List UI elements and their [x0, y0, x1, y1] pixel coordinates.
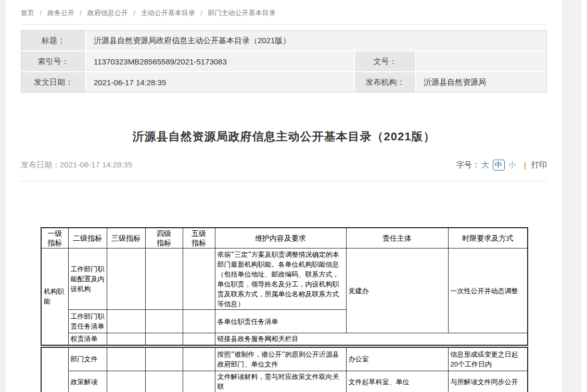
breadcrumb-item-home[interactable]: 首页: [21, 9, 34, 17]
font-size-large-button[interactable]: 大: [481, 160, 489, 170]
breadcrumb-item-zhengwu[interactable]: 政务公开: [47, 9, 74, 17]
column-header-level5: 五级指标: [183, 228, 215, 249]
font-size-label: 字号：: [456, 160, 480, 170]
table-row: 权责清单 链接县政务服务网相关栏目: [41, 333, 528, 345]
empty-cell: [107, 347, 145, 371]
cell-time-requirement: 与所解读文件同步公开: [448, 371, 528, 392]
column-header-time: 时限要求及方式: [448, 228, 528, 249]
column-header-level3: 三级指标: [107, 228, 145, 249]
cell-time-requirement: 一次性公开并动态调整: [448, 249, 528, 333]
empty-cell: [107, 310, 145, 333]
column-header-content: 维护内容及要求: [215, 228, 346, 249]
column-header-level2: 二级指标: [68, 228, 107, 249]
empty-cell: [107, 249, 145, 310]
cell-level2: 权责清单: [68, 333, 107, 345]
empty-cell: [183, 371, 215, 392]
cell-responsible: 办公室: [346, 347, 448, 371]
meta-index-value: 11370323MB28565589/2021-5173083: [86, 51, 354, 71]
page-background-strip-right: [562, 0, 581, 392]
meta-index-label: 索引号：: [21, 51, 85, 71]
column-header-responsible: 责任主体: [346, 228, 448, 249]
meta-title-label: 标题：: [21, 31, 85, 50]
cell-responsible: 文件起草科室、单位: [346, 371, 448, 392]
empty-cell: [107, 371, 145, 392]
empty-cell: [183, 249, 215, 310]
cell-time-requirement: 信息形成或变更之日起20个工作日内: [448, 347, 528, 371]
cell-level2: 政策解读: [68, 371, 107, 392]
breadcrumb-item-current: 部门主动公开基本目录: [208, 9, 276, 17]
meta-title-value: 沂源县自然资源局政府信息主动公开基本目录（2021版）: [86, 31, 546, 50]
cell-level2: 工作部门职责任务清单: [68, 310, 107, 333]
publish-date: 发布日期：2021-06-17 14:28:35: [21, 160, 132, 170]
cell-content: 依据“三定”方案及职责调整情况确定的本部门最新机构职能。各单位机构职能信息（包括…: [215, 249, 346, 310]
empty-cell: [145, 249, 183, 310]
cell-content: 链接县政务服务网相关栏目: [215, 333, 528, 345]
table-row: 政策解读 文件解读材料，需与对应政策文件双向关联 文件起草科室、单位 与所解读文…: [41, 371, 528, 392]
meta-issuedate-value: 2021-06-17 14:28:35: [86, 72, 354, 92]
main-content: 首页 / 政务公开 / 政府信息公开 / 主动公开基本目录 / 部门主动公开基本…: [6, 0, 562, 392]
cell-level2: 部门文件: [68, 347, 107, 371]
cell-responsible: 党建办: [346, 249, 448, 333]
catalog-table-section2: 部门文件 按照“谁制作，谁公开”的原则公开沂源县政府部门、单位文件 办公室 信息…: [41, 347, 528, 392]
cell-content: 按照“谁制作，谁公开”的原则公开沂源县政府部门、单位文件: [215, 347, 346, 371]
column-header-level4: 四级指标: [145, 228, 183, 249]
breadcrumb-separator: /: [200, 9, 202, 17]
cell-content: 各单位职责任务清单: [215, 310, 346, 333]
breadcrumb-item-xinxi[interactable]: 政府信息公开: [87, 9, 128, 17]
catalog-header-row: 一级指标 二级指标 三级指标 四级指标 五级指标 维护内容及要求 责任主体 时限…: [41, 228, 528, 249]
article-toolbar: 发布日期：2021-06-17 14:28:35 字号： 大 中 小 | 打印: [21, 158, 547, 172]
column-header-level1: 一级指标: [41, 228, 68, 249]
breadcrumb-separator: /: [40, 9, 42, 17]
meta-docnumber-value: [416, 51, 546, 71]
cell-level2: 工作部门职能配置及内设机构: [68, 249, 107, 310]
breadcrumb-separator: /: [133, 9, 135, 17]
cell-content: 文件解读材料，需与对应政策文件双向关联: [215, 371, 346, 392]
horizontal-divider: [21, 181, 547, 181]
empty-cell: [183, 333, 215, 345]
cell-level1: [41, 347, 68, 392]
breadcrumb-item-mulu[interactable]: 主动公开基本目录: [141, 9, 195, 17]
cell-level1-jigouzhineng: 机构职能: [41, 249, 68, 345]
empty-cell: [145, 371, 183, 392]
page-background-strip-left: [0, 0, 6, 392]
meta-agency-label: 发布机构：: [355, 72, 415, 92]
meta-docnumber-label: 文号：: [355, 51, 415, 71]
empty-cell: [145, 333, 183, 345]
toolbar-separator: |: [524, 161, 526, 169]
table-row: 机构职能 工作部门职能配置及内设机构 依据“三定”方案及职责调整情况确定的本部门…: [41, 249, 528, 310]
table-row: 部门文件 按照“谁制作，谁公开”的原则公开沂源县政府部门、单位文件 办公室 信息…: [41, 347, 528, 371]
catalog-table-section1: 一级指标 二级指标 三级指标 四级指标 五级指标 维护内容及要求 责任主体 时限…: [41, 227, 528, 346]
empty-cell: [145, 347, 183, 371]
font-size-small-button[interactable]: 小: [508, 160, 516, 170]
breadcrumb: 首页 / 政务公开 / 政府信息公开 / 主动公开基本目录 / 部门主动公开基本…: [21, 0, 547, 25]
empty-cell: [183, 310, 215, 333]
page-title: 沂源县自然资源局政府信息主动公开基本目录（2021版）: [6, 129, 562, 145]
print-button[interactable]: 打印: [531, 160, 547, 170]
meta-issuedate-label: 发文日期：: [21, 72, 85, 92]
meta-agency-value: 沂源县自然资源局: [416, 72, 546, 92]
document-meta-table: 标题： 沂源县自然资源局政府信息主动公开基本目录（2021版） 索引号： 113…: [21, 30, 547, 93]
empty-cell: [183, 347, 215, 371]
font-size-medium-button[interactable]: 中: [493, 160, 505, 171]
font-size-tools: 字号： 大 中 小 | 打印: [456, 160, 547, 171]
empty-cell: [107, 333, 145, 345]
empty-cell: [145, 310, 183, 333]
breadcrumb-separator: /: [80, 9, 82, 17]
catalog-table-area: 一级指标 二级指标 三级指标 四级指标 五级指标 维护内容及要求 责任主体 时限…: [41, 227, 562, 392]
